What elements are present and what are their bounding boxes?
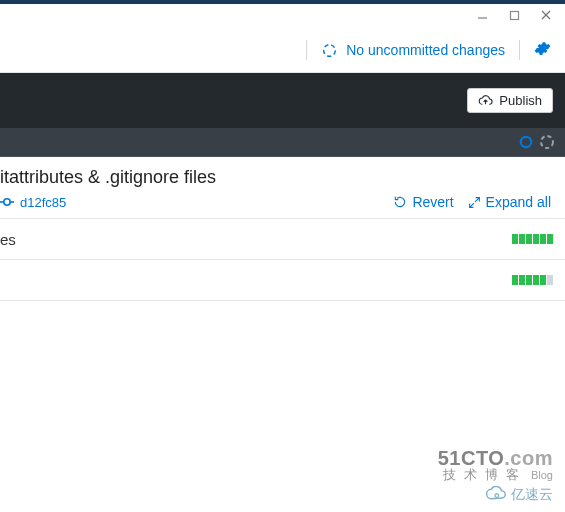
watermark: 51CTO.com 技术博客Blog 亿速云 — [438, 448, 553, 502]
revert-icon — [393, 195, 407, 209]
file-name: es — [0, 231, 16, 248]
svg-point-10 — [495, 494, 499, 498]
cloud-upload-icon — [478, 94, 493, 107]
svg-point-7 — [4, 199, 10, 205]
publish-label: Publish — [499, 93, 542, 108]
branch-bar: Publish — [0, 73, 565, 128]
sync-status-text: No uncommitted changes — [346, 42, 505, 58]
sync-icon — [321, 42, 338, 59]
expand-all-button[interactable]: Expand all — [468, 194, 551, 210]
expand-label: Expand all — [486, 194, 551, 210]
commit-icon — [0, 195, 14, 209]
expand-icon — [468, 196, 481, 209]
commit-node-dashed-icon — [539, 134, 555, 150]
diff-indicator — [512, 275, 553, 285]
svg-point-5 — [521, 137, 531, 147]
top-toolbar: No uncommitted changes — [0, 32, 565, 73]
revert-label: Revert — [412, 194, 453, 210]
cloud-logo-icon — [485, 486, 507, 502]
close-icon[interactable] — [537, 6, 555, 24]
commit-header: itattributes & .gitignore files d12fc85 … — [0, 157, 565, 219]
window-controls — [0, 4, 565, 32]
publish-button[interactable]: Publish — [467, 88, 553, 113]
commit-title: itattributes & .gitignore files — [0, 167, 565, 188]
commit-hash[interactable]: d12fc85 — [0, 195, 66, 210]
file-row[interactable]: es — [0, 219, 565, 260]
history-marker-bar — [0, 128, 565, 157]
svg-point-4 — [324, 44, 336, 56]
gear-icon[interactable] — [534, 40, 551, 61]
minimize-icon[interactable] — [473, 6, 491, 24]
revert-button[interactable]: Revert — [393, 194, 453, 210]
commit-node-filled-icon — [519, 135, 533, 149]
file-row[interactable] — [0, 260, 565, 301]
svg-rect-1 — [510, 11, 518, 19]
toolbar-divider — [519, 40, 520, 60]
toolbar-divider — [306, 40, 307, 60]
svg-point-6 — [541, 136, 553, 148]
diff-indicator — [512, 234, 553, 244]
maximize-icon[interactable] — [505, 6, 523, 24]
commit-hash-text: d12fc85 — [20, 195, 66, 210]
sync-status[interactable]: No uncommitted changes — [321, 42, 505, 59]
